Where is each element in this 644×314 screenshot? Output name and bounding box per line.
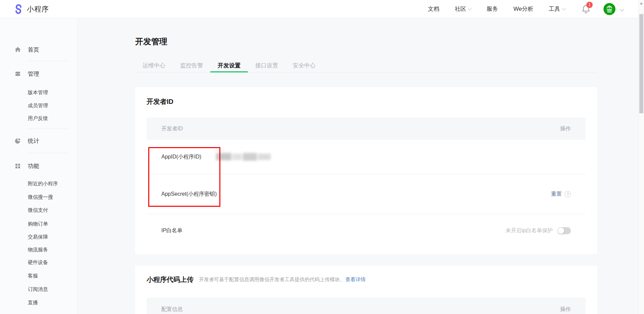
ip-whitelist-status: 未开启ip白名单保护 [506, 227, 553, 234]
notification-count-badge: 1 [586, 2, 593, 8]
inbox-icon [14, 70, 21, 77]
home-icon [14, 46, 21, 53]
column-header-actions: 操作 [560, 306, 571, 313]
appsecret-label: AppSecret(小程序密钥) [161, 191, 217, 198]
sidebar-item-nearby-miniprograms[interactable]: 附近的小程序 [28, 180, 58, 188]
sidebar-item-live-streaming[interactable]: 直播 [28, 299, 38, 307]
tab-security-center[interactable]: 安全中心 [285, 59, 323, 72]
table-row-appsecret: AppSecret(小程序密钥) 重置 ? [147, 174, 586, 214]
pie-chart-icon [14, 137, 21, 144]
main-content: 开发管理 运维中心 监控告警 开发设置 接口设置 安全中心 开发者ID 开发者I… [78, 18, 638, 314]
nav-docs[interactable]: 文档 [428, 5, 439, 13]
code-upload-panel: 小程序代码上传 开发者可基于配置信息调用微信开发者工具提供的代码上传模块。 查看… [135, 266, 597, 314]
column-header-config-info: 配置信息 [161, 306, 183, 313]
account-menu-chevron[interactable] [621, 6, 624, 12]
code-upload-table-header: 配置信息 操作 [147, 298, 586, 314]
sidebar-item-home[interactable]: 首页 [14, 45, 39, 54]
logo[interactable]: 小程序 [13, 4, 49, 14]
developer-id-panel: 开发者ID 开发者ID 操作 AppID(小程序ID) AppSecret(小程… [135, 87, 597, 254]
sidebar-divider [28, 61, 68, 61]
tab-development-settings[interactable]: 开发设置 [210, 59, 248, 72]
app: 小程序 文档 社区 服务 We分析 工具 1 [0, 0, 644, 314]
top-nav: 文档 社区 服务 We分析 工具 1 [413, 3, 624, 15]
column-header-actions: 操作 [560, 125, 571, 132]
grid-icon [14, 163, 21, 169]
sidebar-divider [28, 128, 68, 129]
appid-label: AppID(小程序ID) [161, 153, 201, 161]
sidebar-item-statistics[interactable]: 统计 [14, 136, 39, 145]
developer-id-section-title: 开发者ID [147, 97, 173, 106]
chevron-down-icon [620, 7, 624, 11]
nav-we-analytics[interactable]: We分析 [514, 5, 533, 13]
scrollbar-up-arrow[interactable] [640, 2, 643, 4]
sidebar-item-hardware-devices[interactable]: 硬件设备 [28, 258, 48, 266]
tab-bar: 运维中心 监控告警 开发设置 接口设置 安全中心 [135, 59, 597, 72]
ip-whitelist-toggle[interactable] [557, 227, 571, 234]
sidebar-item-shopping-orders[interactable]: 购物订单 [28, 220, 48, 228]
nav-community[interactable]: 社区 [455, 5, 471, 13]
ip-whitelist-label: IP白名单 [161, 227, 182, 234]
sidebar-item-wechat-search[interactable]: 微信搜一搜 [28, 193, 53, 201]
logo-text: 小程序 [27, 4, 49, 14]
toggle-knob [558, 228, 564, 234]
chevron-down-icon [562, 6, 566, 10]
top-header: 小程序 文档 社区 服务 We分析 工具 1 [0, 0, 638, 18]
page-title: 开发管理 [135, 36, 167, 47]
nav-tools[interactable]: 工具 [549, 5, 565, 13]
sidebar-item-customer-service[interactable]: 客服 [28, 272, 38, 280]
sidebar-item-user-feedback[interactable]: 用户反馈 [28, 114, 48, 122]
sidebar-item-transaction-guarantee[interactable]: 交易保障 [28, 233, 48, 241]
code-upload-titlebar: 小程序代码上传 开发者可基于配置信息调用微信开发者工具提供的代码上传模块。 查看… [147, 275, 366, 284]
code-upload-section-title: 小程序代码上传 [147, 275, 194, 284]
notification-bell-button[interactable]: 1 [581, 4, 591, 14]
tab-operations-center[interactable]: 运维中心 [135, 59, 173, 72]
table-row-ip-whitelist: IP白名单 未开启ip白名单保护 [147, 214, 586, 247]
sidebar-divider [28, 153, 68, 153]
table-row-appid: AppID(小程序ID) [147, 140, 586, 174]
sidebar-item-version-management[interactable]: 版本管理 [28, 88, 48, 97]
tab-api-settings[interactable]: 接口设置 [248, 59, 285, 72]
sidebar-item-member-management[interactable]: 成员管理 [28, 102, 48, 110]
sidebar-item-wechat-pay[interactable]: 微信支付 [28, 206, 48, 214]
sidebar-item-features[interactable]: 功能 [14, 161, 39, 171]
nav-services[interactable]: 服务 [487, 5, 498, 13]
account-avatar[interactable] [603, 3, 615, 15]
reset-appsecret-button[interactable]: 重置 [551, 191, 562, 198]
avatar-image [603, 3, 615, 15]
sidebar-item-logistics-services[interactable]: 物流服务 [28, 246, 48, 254]
sidebar: 首页 管理 版本管理 成员管理 用户反馈 统计 [0, 18, 78, 314]
miniprogram-logo-icon [13, 4, 23, 14]
code-upload-description: 开发者可基于配置信息调用微信开发者工具提供的代码上传模块。 [199, 276, 345, 283]
help-icon[interactable]: ? [565, 191, 571, 197]
developer-id-table-header: 开发者ID 操作 [147, 118, 586, 140]
tab-monitoring-alerts[interactable]: 监控告警 [173, 59, 210, 72]
view-details-link[interactable]: 查看详情 [345, 276, 366, 283]
developer-id-rows: AppID(小程序ID) AppSecret(小程序密钥) 重置 ? IP白名单 [147, 140, 586, 247]
scrollbar[interactable] [638, 0, 644, 314]
chevron-down-icon [468, 6, 472, 10]
appid-masked-value [216, 153, 271, 161]
scrollbar-thumb[interactable] [639, 14, 643, 113]
sidebar-item-management[interactable]: 管理 [14, 69, 39, 78]
column-header-developer-id: 开发者ID [161, 125, 183, 132]
sidebar-item-subscription-messages[interactable]: 订阅消息 [28, 285, 48, 293]
